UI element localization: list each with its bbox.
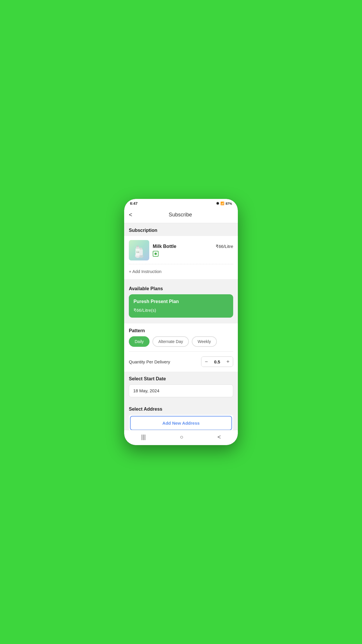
product-image: PURE	[129, 240, 149, 260]
plans-section-label: Available Plans	[124, 281, 238, 294]
veg-dot-inner	[154, 253, 157, 255]
quantity-row: Quantity Per Delivery − 0.5 +	[124, 352, 238, 372]
nav-menu-icon[interactable]: |||	[141, 434, 146, 440]
quantity-label: Quantity Per Delivery	[129, 359, 170, 364]
quantity-increase-button[interactable]: +	[223, 357, 233, 367]
app-header: < Subscribe	[124, 207, 238, 223]
nav-back-icon[interactable]: <	[217, 434, 221, 440]
svg-rect-7	[139, 249, 143, 255]
address-card: Add New Address	[129, 415, 233, 430]
scroll-content: Subscription PURE	[124, 223, 238, 430]
quantity-decrease-button[interactable]: −	[201, 357, 211, 367]
plan-price-0: ₹66/Litre(s)	[133, 308, 229, 313]
date-section: Select Start Date 18 May, 2024	[124, 372, 238, 402]
date-input[interactable]: 18 May, 2024	[129, 384, 233, 397]
bluetooth-icon: ⬟	[216, 202, 219, 205]
product-row: PURE Milk Bottle ₹66/Litre	[129, 240, 233, 260]
svg-text:PURE: PURE	[136, 251, 140, 253]
status-bar: 6:47 ⬟ 📶 87%	[124, 199, 238, 207]
add-instruction-button[interactable]: + Add Instruction	[129, 268, 233, 275]
page-title: Subscribe	[135, 212, 233, 218]
address-section: Select Address Add New Address	[124, 402, 238, 430]
plan-card-0[interactable]: Puresh Present Plan ₹66/Litre(s)	[129, 294, 233, 318]
product-image-bg: PURE	[129, 240, 149, 260]
product-info: Milk Bottle ₹66/Litre	[153, 244, 233, 257]
pattern-label: Pattern	[124, 323, 238, 336]
pattern-section: Pattern Daily Alternate Day Weekly Quant…	[124, 323, 238, 372]
svg-rect-8	[140, 248, 142, 249]
date-section-label: Select Start Date	[124, 372, 238, 384]
veg-indicator	[153, 251, 159, 257]
back-button[interactable]: <	[129, 210, 135, 219]
product-card: PURE Milk Bottle ₹66/Litre	[124, 236, 238, 279]
product-price: ₹66/Litre	[216, 244, 233, 249]
svg-rect-2	[136, 246, 139, 249]
add-address-button[interactable]: Add New Address	[130, 416, 232, 430]
battery-label: 87%	[226, 202, 232, 205]
date-value: 18 May, 2024	[133, 388, 159, 393]
quantity-value: 0.5	[211, 359, 223, 364]
pattern-alternate-day[interactable]: Alternate Day	[152, 336, 189, 347]
address-section-label: Select Address	[124, 402, 238, 415]
pattern-weekly[interactable]: Weekly	[192, 336, 217, 347]
quantity-stepper: − 0.5 +	[201, 356, 233, 367]
milk-bottle-svg: PURE	[132, 242, 146, 258]
subscription-section-label: Subscription	[124, 223, 238, 236]
pattern-buttons: Daily Alternate Day Weekly	[124, 336, 238, 351]
nav-home-icon[interactable]: ○	[180, 434, 183, 440]
nav-bar: ||| ○ <	[124, 430, 238, 445]
status-time: 6:47	[130, 201, 138, 206]
status-icons: ⬟ 📶 87%	[216, 202, 232, 205]
card-divider	[129, 264, 233, 264]
product-name: Milk Bottle	[153, 244, 176, 249]
pattern-daily[interactable]: Daily	[129, 336, 150, 347]
plan-name-0: Puresh Present Plan	[133, 299, 229, 304]
signal-icon: 📶	[220, 202, 224, 205]
plans-section: Available Plans Puresh Present Plan ₹66/…	[124, 281, 238, 321]
svg-rect-3	[137, 246, 139, 247]
product-price-row: Milk Bottle ₹66/Litre	[153, 244, 233, 251]
